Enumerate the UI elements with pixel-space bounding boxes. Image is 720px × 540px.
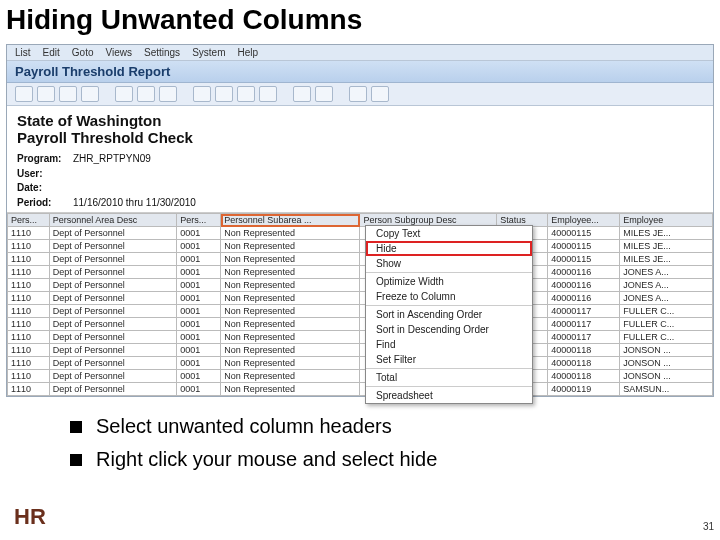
- context-item-sort-in-descending-order[interactable]: Sort in Descending Order: [366, 322, 532, 337]
- column-header[interactable]: Pers...: [8, 214, 50, 227]
- table-row[interactable]: 1110Dept of Personnel0001Non Represented…: [8, 370, 713, 383]
- toolbar-button[interactable]: [37, 86, 55, 102]
- table-cell: Dept of Personnel: [49, 318, 177, 331]
- context-item-set-filter[interactable]: Set Filter: [366, 352, 532, 367]
- menu-settings[interactable]: Settings: [144, 47, 180, 58]
- column-header[interactable]: Employee: [620, 214, 713, 227]
- column-header[interactable]: Employee...: [548, 214, 620, 227]
- context-separator: [366, 386, 532, 387]
- table-cell: Dept of Personnel: [49, 370, 177, 383]
- table-cell: 0001: [177, 357, 221, 370]
- table-cell: MILES JE...: [620, 227, 713, 240]
- toolbar-button[interactable]: [81, 86, 99, 102]
- context-item-total[interactable]: Total: [366, 370, 532, 385]
- meta-user-label: User:: [17, 167, 67, 182]
- table-cell: 0001: [177, 344, 221, 357]
- footer-logo: HR: [14, 504, 46, 530]
- table-cell: 40000115: [548, 240, 620, 253]
- table-cell: Non Represented: [221, 253, 360, 266]
- bullet-icon: [70, 421, 82, 433]
- toolbar-button[interactable]: [137, 86, 155, 102]
- table-row[interactable]: 1110Dept of Personnel0001Non Represented…: [8, 240, 713, 253]
- table-cell: Non Represented: [221, 331, 360, 344]
- toolbar-button[interactable]: [237, 86, 255, 102]
- table-cell: Dept of Personnel: [49, 292, 177, 305]
- table-row[interactable]: 1110Dept of Personnel0001Non Represented…: [8, 266, 713, 279]
- table-row[interactable]: 1110Dept of Personnel0001Non Represented…: [8, 383, 713, 396]
- toolbar-button[interactable]: [315, 86, 333, 102]
- table-cell: 0001: [177, 266, 221, 279]
- meta-date-label: Date:: [17, 181, 67, 196]
- table-cell: Non Represented: [221, 318, 360, 331]
- table-cell: 1110: [8, 383, 50, 396]
- menu-goto[interactable]: Goto: [72, 47, 94, 58]
- table-cell: Non Represented: [221, 227, 360, 240]
- table-cell: JONSON ...: [620, 370, 713, 383]
- table-row[interactable]: 1110Dept of Personnel0001Non Represented…: [8, 253, 713, 266]
- meta-period-value: 11/16/2010 thru 11/30/2010: [73, 196, 196, 211]
- table-cell: 1110: [8, 292, 50, 305]
- menu-views[interactable]: Views: [105, 47, 132, 58]
- column-header[interactable]: Personnel Subarea ...: [221, 214, 360, 227]
- context-item-freeze-to-column[interactable]: Freeze to Column: [366, 289, 532, 304]
- toolbar-button[interactable]: [115, 86, 133, 102]
- table-cell: 40000119: [548, 383, 620, 396]
- table-row[interactable]: 1110Dept of Personnel0001Non Represented…: [8, 357, 713, 370]
- toolbar-button[interactable]: [159, 86, 177, 102]
- column-header[interactable]: Personnel Area Desc: [49, 214, 177, 227]
- toolbar-button[interactable]: [193, 86, 211, 102]
- context-item-find[interactable]: Find: [366, 337, 532, 352]
- hr-logo-text: HR: [14, 504, 46, 530]
- table-cell: 1110: [8, 318, 50, 331]
- toolbar-button[interactable]: [59, 86, 77, 102]
- toolbar-button[interactable]: [293, 86, 311, 102]
- context-item-show[interactable]: Show: [366, 256, 532, 271]
- toolbar-button[interactable]: [371, 86, 389, 102]
- context-item-spreadsheet[interactable]: Spreadsheet: [366, 388, 532, 403]
- table-cell: 1110: [8, 344, 50, 357]
- menu-help[interactable]: Help: [237, 47, 258, 58]
- toolbar-button[interactable]: [15, 86, 33, 102]
- table-cell: SAMSUN...: [620, 383, 713, 396]
- org-name: State of Washington: [17, 112, 703, 129]
- context-separator: [366, 272, 532, 273]
- menu-list[interactable]: List: [15, 47, 31, 58]
- table-row[interactable]: 1110Dept of Personnel0001Non Represented…: [8, 318, 713, 331]
- context-item-optimize-width[interactable]: Optimize Width: [366, 274, 532, 289]
- context-separator: [366, 368, 532, 369]
- table-cell: JONSON ...: [620, 344, 713, 357]
- menu-edit[interactable]: Edit: [43, 47, 60, 58]
- toolbar-button[interactable]: [259, 86, 277, 102]
- table-cell: 0001: [177, 318, 221, 331]
- table-cell: FULLER C...: [620, 318, 713, 331]
- table-row[interactable]: 1110Dept of Personnel0001Non Represented…: [8, 227, 713, 240]
- table-cell: 0001: [177, 305, 221, 318]
- table-cell: 1110: [8, 266, 50, 279]
- column-header[interactable]: Pers...: [177, 214, 221, 227]
- table-row[interactable]: 1110Dept of Personnel0001Non Represented…: [8, 279, 713, 292]
- toolbar-button[interactable]: [349, 86, 367, 102]
- context-item-sort-in-ascending-order[interactable]: Sort in Ascending Order: [366, 307, 532, 322]
- table-cell: Non Represented: [221, 266, 360, 279]
- table-row[interactable]: 1110Dept of Personnel0001Non Represented…: [8, 331, 713, 344]
- menubar: ListEditGotoViewsSettingsSystemHelp: [7, 45, 713, 61]
- context-item-hide[interactable]: Hide: [366, 241, 532, 256]
- menu-system[interactable]: System: [192, 47, 225, 58]
- table-row[interactable]: 1110Dept of Personnel0001Non Represented…: [8, 305, 713, 318]
- bullet-text: Right click your mouse and select hide: [96, 448, 437, 471]
- toolbar: [7, 83, 713, 106]
- table-cell: 1110: [8, 370, 50, 383]
- app-window: ListEditGotoViewsSettingsSystemHelp Payr…: [6, 44, 714, 397]
- table-cell: 40000117: [548, 318, 620, 331]
- table-cell: 40000115: [548, 227, 620, 240]
- table-row[interactable]: 1110Dept of Personnel0001Non Represented…: [8, 292, 713, 305]
- meta-period-label: Period:: [17, 196, 67, 211]
- context-item-copy-text[interactable]: Copy Text: [366, 226, 532, 241]
- table-cell: 40000116: [548, 279, 620, 292]
- table-row[interactable]: 1110Dept of Personnel0001Non Represented…: [8, 344, 713, 357]
- table-cell: 40000118: [548, 370, 620, 383]
- table-cell: 40000115: [548, 253, 620, 266]
- grid-wrap: Pers...Personnel Area DescPers...Personn…: [7, 212, 713, 396]
- toolbar-button[interactable]: [215, 86, 233, 102]
- data-grid[interactable]: Pers...Personnel Area DescPers...Personn…: [7, 213, 713, 396]
